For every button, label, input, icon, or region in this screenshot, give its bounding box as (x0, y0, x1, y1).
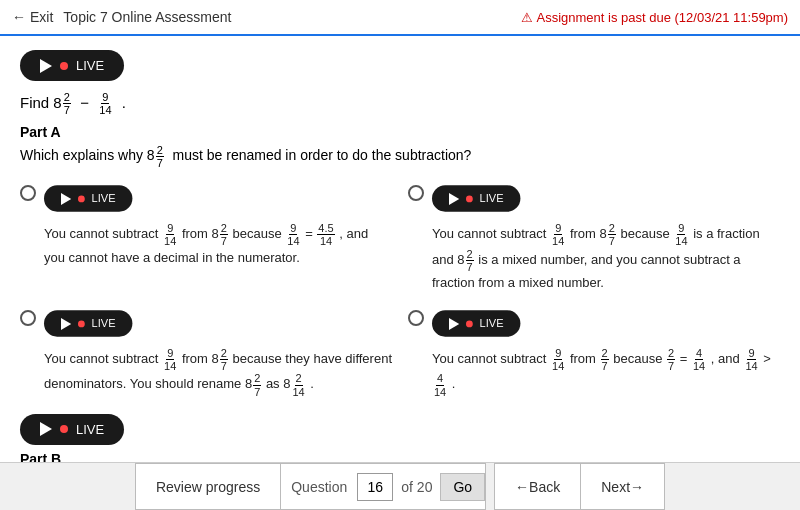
choice-a-text: You cannot subtract 914 from 827 because… (44, 222, 392, 267)
live-button-d[interactable]: LIVE (432, 311, 521, 337)
live-dot-a (78, 195, 85, 202)
live-dot-b (466, 195, 473, 202)
play-icon-b (449, 193, 459, 205)
play-icon-partb (40, 422, 52, 436)
play-icon-d (449, 318, 459, 330)
choices-grid: LIVE You cannot subtract 914 from 827 be… (20, 183, 780, 397)
choice-c: LIVE You cannot subtract 914 from 827 be… (20, 308, 392, 397)
live-label-a: LIVE (92, 193, 116, 206)
radio-b[interactable] (408, 185, 424, 201)
live-dot (60, 62, 68, 70)
play-icon-a (61, 193, 71, 205)
play-icon-c (61, 318, 71, 330)
back-button[interactable]: ← Back (494, 463, 580, 510)
past-due-text: Assignment is past due (12/03/21 11:59pm… (537, 10, 788, 25)
live-dot-d (466, 320, 473, 327)
next-button[interactable]: Next → (580, 463, 665, 510)
arrow-right-icon: → (630, 479, 644, 495)
of-label: of 20 (393, 479, 440, 495)
part-b-label: Part B (20, 451, 780, 462)
question-prompt: Find 827 − 914 . (20, 91, 780, 116)
live-button-a[interactable]: LIVE (44, 186, 133, 212)
live-button-part-b[interactable]: LIVE (20, 414, 124, 445)
live-label-c: LIVE (92, 317, 116, 330)
bottom-bar: Review progress Question of 20 Go ← Back… (0, 462, 800, 510)
live-label-b: LIVE (480, 193, 504, 206)
go-label: Go (453, 479, 472, 495)
live-button-top[interactable]: LIVE (20, 50, 124, 81)
next-label: Next (601, 479, 630, 495)
part-a-label: Part A (20, 124, 780, 140)
choice-b-content: LIVE You cannot subtract 914 from 827 be… (432, 183, 780, 292)
live-dot-partb (60, 425, 68, 433)
past-due-notice: ⚠ Assignment is past due (12/03/21 11:59… (521, 10, 788, 25)
exit-label: Exit (30, 9, 53, 25)
radio-a[interactable] (20, 185, 36, 201)
back-label: Back (529, 479, 560, 495)
choice-d-text: You cannot subtract 914 from 27 because … (432, 347, 780, 397)
choice-a: LIVE You cannot subtract 914 from 827 be… (20, 183, 392, 292)
exit-button[interactable]: ← Exit (12, 9, 53, 25)
choice-d-content: LIVE You cannot subtract 914 from 27 bec… (432, 308, 780, 397)
header: ← Exit Topic 7 Online Assessment ⚠ Assig… (0, 0, 800, 36)
choice-b: LIVE You cannot subtract 914 from 827 be… (408, 183, 780, 292)
live-dot-c (78, 320, 85, 327)
question-label: Question (281, 479, 357, 495)
main-content: LIVE Find 827 − 914 . Part A Which expla… (0, 36, 800, 462)
choice-c-content: LIVE You cannot subtract 914 from 827 be… (44, 308, 392, 397)
review-progress-label: Review progress (156, 479, 260, 495)
choice-a-content: LIVE You cannot subtract 914 from 827 be… (44, 183, 392, 267)
play-icon (40, 59, 52, 73)
part-a-question: Which explains why 827 must be renamed i… (20, 144, 780, 169)
live-button-b[interactable]: LIVE (432, 186, 521, 212)
choice-b-text: You cannot subtract 914 from 827 because… (432, 222, 780, 292)
header-left: ← Exit Topic 7 Online Assessment (12, 9, 231, 25)
question-number-input[interactable] (357, 473, 393, 501)
header-title: Topic 7 Online Assessment (63, 9, 231, 25)
choice-c-text: You cannot subtract 914 from 827 because… (44, 347, 392, 397)
question-nav: Question of 20 Go (280, 463, 486, 510)
choice-d: LIVE You cannot subtract 914 from 27 bec… (408, 308, 780, 397)
arrow-left-icon: ← (515, 479, 529, 495)
review-progress-button[interactable]: Review progress (135, 463, 280, 510)
go-button[interactable]: Go (440, 473, 485, 501)
live-button-c[interactable]: LIVE (44, 311, 133, 337)
radio-d[interactable] (408, 310, 424, 326)
live-label: LIVE (76, 58, 104, 73)
warning-icon: ⚠ (521, 10, 533, 25)
radio-c[interactable] (20, 310, 36, 326)
live-label-partb: LIVE (76, 422, 104, 437)
live-label-d: LIVE (480, 317, 504, 330)
arrow-left-icon: ← (12, 9, 26, 25)
